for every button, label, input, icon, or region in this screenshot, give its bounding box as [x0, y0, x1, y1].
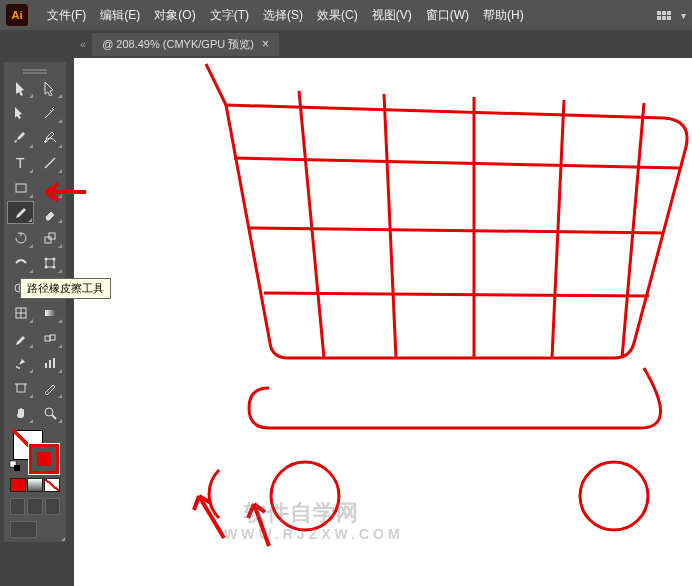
symbol-sprayer-tool[interactable] [7, 351, 34, 374]
color-gradient[interactable] [27, 478, 43, 492]
svg-point-39 [580, 462, 648, 530]
svg-line-1 [45, 158, 55, 168]
svg-point-26 [45, 408, 53, 416]
document-tab-bar: « @ 208.49% (CMYK/GPU 预览) × [0, 30, 692, 58]
draw-mode-row [7, 498, 63, 515]
default-fill-stroke-icon[interactable] [9, 460, 21, 472]
artwork-cart [74, 58, 692, 586]
svg-rect-21 [49, 360, 51, 368]
screen-mode-row [7, 521, 63, 538]
gradient-tool[interactable] [36, 301, 63, 324]
svg-line-30 [299, 91, 324, 358]
workspace: T [0, 58, 692, 586]
pencil-tool[interactable] [7, 201, 34, 224]
watermark-url: WWW.RJZXW.COM [224, 526, 404, 542]
svg-rect-3 [45, 237, 51, 243]
svg-rect-20 [45, 363, 47, 368]
fill-stroke-swatches[interactable] [7, 428, 63, 472]
svg-line-35 [234, 158, 679, 168]
graph-tool[interactable] [36, 351, 63, 374]
selection-tool[interactable] [7, 76, 34, 99]
chevron-down-icon[interactable]: ▾ [681, 10, 686, 21]
type-tool[interactable]: T [7, 151, 34, 174]
svg-point-8 [44, 265, 47, 268]
canvas[interactable]: 软件自学网 WWW.RJZXW.COM [74, 58, 692, 586]
pen-tool[interactable] [7, 126, 34, 149]
app-logo: Ai [6, 4, 28, 26]
rotate-tool[interactable] [7, 226, 34, 249]
svg-point-19 [18, 367, 20, 369]
svg-rect-4 [49, 233, 55, 239]
draw-behind[interactable] [27, 498, 42, 515]
menu-object[interactable]: 对象(O) [147, 7, 202, 24]
mesh-tool[interactable] [7, 301, 34, 324]
svg-rect-22 [53, 358, 55, 368]
document-tab[interactable]: @ 208.49% (CMYK/GPU 预览) × [92, 33, 279, 56]
tab-collapse[interactable]: « [80, 38, 86, 50]
tab-label: @ 208.49% (CMYK/GPU 预览) [102, 37, 254, 52]
tools-panel: T [4, 62, 66, 542]
svg-line-37 [264, 293, 649, 296]
menu-bar: Ai 文件(F) 编辑(E) 对象(O) 文字(T) 选择(S) 效果(C) 视… [0, 0, 692, 30]
svg-point-6 [44, 257, 47, 260]
panel-grip[interactable] [7, 66, 63, 74]
menu-window[interactable]: 窗口(W) [419, 7, 476, 24]
workspace-switcher-icon[interactable] [657, 11, 671, 20]
artboard-tool[interactable] [7, 376, 34, 399]
svg-line-27 [52, 415, 56, 419]
svg-line-33 [552, 100, 564, 358]
close-icon[interactable]: × [262, 37, 269, 51]
width-tool[interactable] [7, 251, 34, 274]
svg-rect-2 [16, 184, 26, 192]
eyedropper-tool[interactable] [7, 326, 34, 349]
slice-tool[interactable] [36, 376, 63, 399]
draw-inside[interactable] [45, 498, 60, 515]
svg-rect-17 [50, 335, 55, 340]
svg-line-31 [384, 94, 396, 358]
curvature-tool[interactable] [36, 126, 63, 149]
svg-rect-23 [17, 384, 25, 392]
zoom-tool[interactable] [36, 401, 63, 424]
stroke-swatch[interactable] [29, 444, 59, 474]
svg-rect-29 [14, 465, 20, 471]
color-mode-row [7, 478, 63, 492]
svg-rect-15 [45, 310, 55, 316]
tool-tooltip: 路径橡皮擦工具 [20, 278, 111, 299]
menu-select[interactable]: 选择(S) [256, 7, 310, 24]
hand-tool[interactable] [7, 401, 34, 424]
menu-edit[interactable]: 编辑(E) [93, 7, 147, 24]
svg-text:T: T [16, 155, 25, 171]
menu-file[interactable]: 文件(F) [40, 7, 93, 24]
menu-view[interactable]: 视图(V) [365, 7, 419, 24]
svg-rect-5 [46, 259, 54, 267]
svg-point-18 [16, 366, 18, 368]
eraser-tool[interactable] [36, 201, 63, 224]
svg-point-9 [52, 265, 55, 268]
group-selection-tool[interactable] [7, 101, 34, 124]
line-tool[interactable] [36, 151, 63, 174]
watermark: 软件自学网 [244, 498, 359, 528]
paintbrush-tool[interactable] [36, 176, 63, 199]
color-none[interactable] [44, 478, 60, 492]
blend-tool[interactable] [36, 326, 63, 349]
direct-selection-tool[interactable] [36, 76, 63, 99]
menu-type[interactable]: 文字(T) [203, 7, 256, 24]
scale-tool[interactable] [36, 226, 63, 249]
svg-rect-16 [45, 336, 50, 341]
color-solid[interactable] [10, 478, 26, 492]
free-transform-tool[interactable] [36, 251, 63, 274]
draw-normal[interactable] [10, 498, 25, 515]
menu-help[interactable]: 帮助(H) [476, 7, 531, 24]
svg-point-7 [52, 257, 55, 260]
menu-effect[interactable]: 效果(C) [310, 7, 365, 24]
magic-wand-tool[interactable] [36, 101, 63, 124]
screen-mode[interactable] [10, 521, 37, 538]
rectangle-tool[interactable] [7, 176, 34, 199]
